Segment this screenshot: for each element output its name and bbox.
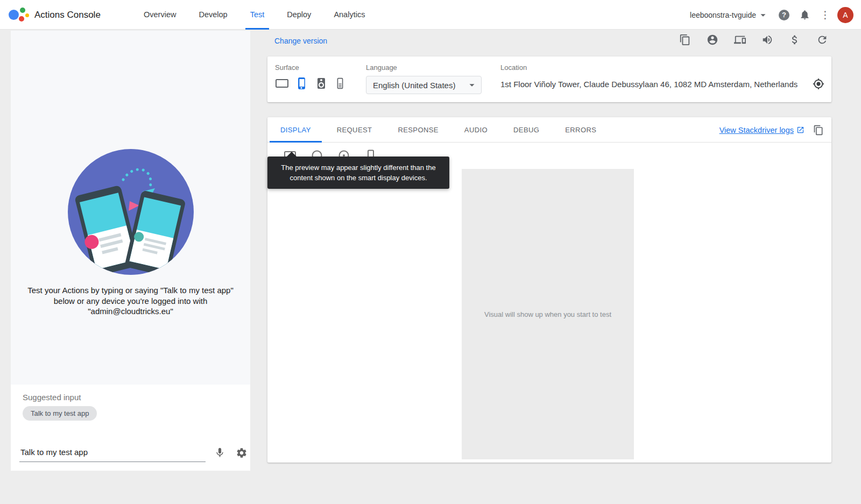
chevron-down-icon [757, 9, 769, 21]
primary-nav: Overview Develop Test Deploy Analytics [132, 0, 376, 30]
suggested-input-label: Suggested input [23, 393, 81, 402]
language-select[interactable]: English (United States) [366, 76, 482, 94]
location-value: 1st Floor Viñoly Tower, Claude Debussyla… [500, 80, 798, 89]
surface-label: Surface [275, 63, 346, 72]
nav-tab-test[interactable]: Test [239, 0, 276, 30]
surface-speaker-icon[interactable] [315, 77, 328, 90]
surface-feature-phone-icon[interactable] [334, 77, 346, 90]
copy-icon[interactable] [679, 34, 691, 46]
language-value: English (United States) [373, 81, 455, 90]
chevron-down-icon [466, 79, 478, 91]
nav-tab-analytics[interactable]: Analytics [322, 0, 376, 30]
avatar[interactable]: A [837, 7, 853, 23]
settings-gear-icon[interactable] [236, 447, 248, 459]
settings-card: Surface Language English (United State [267, 56, 831, 102]
visual-placeholder: Visual will show up when you start to te… [462, 169, 634, 459]
my-location-icon[interactable] [813, 78, 824, 90]
topbar-actions: leeboonstra-tvguide ? ⋮ A [690, 0, 853, 30]
change-version-link[interactable]: Change version [274, 37, 327, 45]
suggestion-chip[interactable]: Talk to my test app [23, 406, 97, 421]
tab-debug[interactable]: DEBUG [500, 117, 552, 142]
simulator-toolbar-icons [679, 34, 828, 46]
tab-errors[interactable]: ERRORS [552, 117, 609, 142]
simulator-input[interactable] [19, 445, 206, 462]
tab-display[interactable]: DISPLAY [267, 117, 324, 142]
notifications-bell-icon[interactable] [799, 9, 810, 20]
refresh-icon[interactable] [816, 34, 828, 46]
tab-request[interactable]: REQUEST [324, 117, 385, 142]
surface-smart-display-icon[interactable] [275, 77, 289, 90]
nav-tab-overview[interactable]: Overview [132, 0, 187, 30]
assistant-logo-icon [9, 7, 30, 22]
display-tab-body: The preview may appear slightly differen… [267, 143, 831, 462]
simulator-input-row [19, 444, 242, 465]
phones-illustration [67, 148, 194, 275]
overflow-menu-icon[interactable]: ⋮ [820, 9, 828, 21]
copy-output-icon[interactable] [813, 125, 824, 136]
project-name: leeboonstra-tvguide [690, 11, 756, 19]
surface-phone-icon[interactable] [295, 77, 308, 90]
output-tabs: DISPLAY REQUEST RESPONSE AUDIO DEBUG ERR… [267, 117, 831, 143]
project-selector[interactable]: leeboonstra-tvguide [690, 9, 769, 21]
simulator-panel: Test your Actions by typing or saying "T… [11, 31, 250, 471]
location-label: Location [500, 63, 824, 72]
nav-tab-deploy[interactable]: Deploy [276, 0, 322, 30]
volume-icon[interactable] [761, 34, 773, 46]
simulator-intro-text: Test your Actions by typing or saying "T… [26, 285, 235, 317]
preview-tooltip-text: The preview may appear slightly differen… [281, 164, 435, 182]
mic-icon[interactable] [214, 447, 225, 458]
help-icon[interactable]: ? [779, 10, 789, 20]
surface-options [275, 77, 346, 90]
devices-icon[interactable] [734, 34, 746, 46]
preview-tooltip: The preview may appear slightly differen… [267, 157, 449, 189]
money-icon[interactable] [789, 34, 801, 46]
app-title: Actions Console [34, 0, 101, 30]
test-content-area: Change version Surface [267, 31, 831, 493]
simulator-welcome-area: Test your Actions by typing or saying "T… [11, 31, 250, 385]
account-icon[interactable] [707, 34, 718, 46]
visual-placeholder-text: Visual will show up when you start to te… [484, 310, 611, 318]
tab-audio[interactable]: AUDIO [451, 117, 500, 142]
nav-tab-develop[interactable]: Develop [187, 0, 238, 30]
stackdriver-logs-link[interactable]: View Stackdriver logs [719, 126, 804, 134]
language-label: Language [366, 63, 482, 72]
tab-response[interactable]: RESPONSE [385, 117, 451, 142]
stackdriver-logs-label: View Stackdriver logs [719, 126, 794, 134]
external-link-icon [796, 126, 804, 134]
output-card: DISPLAY REQUEST RESPONSE AUDIO DEBUG ERR… [267, 117, 831, 463]
top-app-bar: Actions Console Overview Develop Test De… [0, 0, 861, 30]
